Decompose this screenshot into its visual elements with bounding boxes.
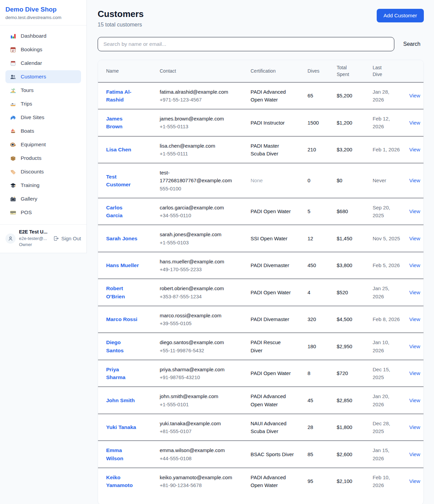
customer-name-link[interactable]: Priya Sharma — [106, 366, 139, 381]
customer-certification: PADI Divemaster — [246, 306, 303, 333]
sidebar-item-label: Dashboard — [21, 33, 46, 39]
view-customer-link[interactable]: View — [409, 208, 420, 214]
sidebar-item-label: POS — [21, 209, 32, 216]
customer-phone: +34-555-0110 — [160, 211, 240, 219]
brand-domain: demo.test.divestreams.com — [5, 15, 81, 20]
sidebar-item-training[interactable]: Training — [5, 179, 81, 192]
customer-email: yuki.tanaka@example.com — [160, 419, 240, 427]
sign-out-label: Sign Out — [61, 236, 81, 241]
add-customer-button[interactable]: Add Customer — [377, 9, 424, 22]
customer-certification: BSAC Sports Diver — [246, 441, 303, 468]
column-header-dives: Dives — [303, 60, 333, 82]
sidebar-item-boats[interactable]: Boats — [5, 125, 81, 137]
view-customer-link[interactable]: View — [409, 451, 420, 457]
sidebar-item-pos[interactable]: POS — [5, 206, 81, 219]
customer-dives: 450 — [303, 252, 333, 279]
view-customer-link[interactable]: View — [409, 424, 420, 430]
customer-name-link[interactable]: Marco Rossi — [106, 315, 137, 323]
customer-name-link[interactable]: Emma Wilson — [106, 446, 139, 462]
customer-total-spent: $0 — [333, 163, 369, 198]
view-customer-link[interactable]: View — [409, 290, 420, 295]
customer-email: robert.obrien@example.com — [160, 284, 240, 292]
customer-name-link[interactable]: Fatima Al-Rashid — [106, 88, 139, 104]
customer-email: fatima.alrashid@example.com — [160, 88, 240, 96]
customer-email: lisa.chen@example.com — [160, 142, 240, 150]
table-row: Diego Santosdiego.santos@example.com+55-… — [98, 333, 423, 360]
view-customer-link[interactable]: View — [409, 397, 420, 403]
sign-out-button[interactable]: Sign Out — [53, 236, 81, 241]
sidebar-item-tours[interactable]: Tours — [5, 84, 81, 97]
calendar-icon — [9, 60, 16, 67]
search-button[interactable]: Search — [394, 41, 424, 47]
trips-icon — [9, 100, 16, 107]
sidebar-item-equipment[interactable]: Equipment — [5, 138, 81, 151]
customer-dives: 95 — [303, 468, 333, 494]
customers-table-body: Fatima Al-Rashidfatima.alrashid@example.… — [98, 82, 423, 494]
sidebar-item-discounts[interactable]: Discounts — [5, 165, 81, 178]
customer-name-link[interactable]: John Smith — [106, 396, 135, 404]
sidebar-item-calendar[interactable]: Calendar — [5, 57, 81, 70]
sidebar-item-trips[interactable]: Trips — [5, 97, 81, 110]
view-customer-link[interactable]: View — [409, 343, 420, 349]
search-input[interactable] — [98, 37, 394, 51]
customer-email: keiko.yamamoto@example.com — [160, 473, 240, 481]
view-customer-link[interactable]: View — [409, 120, 420, 126]
sidebar-item-dashboard[interactable]: Dashboard — [5, 30, 81, 42]
customer-certification: PADI Master Scuba Diver — [246, 136, 303, 163]
customer-email: marco.rossi@example.com — [160, 312, 240, 319]
customer-email: priya.sharma@example.com — [160, 366, 240, 373]
sidebar-header: Demo Dive Shop demo.test.divestreams.com — [0, 0, 86, 25]
customer-name-link[interactable]: Keiko Yamamoto — [106, 473, 139, 489]
avatar — [5, 234, 16, 244]
customer-certification: PADI Open Water — [246, 279, 303, 306]
view-customer-link[interactable]: View — [409, 236, 420, 241]
view-customer-link[interactable]: View — [409, 370, 420, 376]
customer-phone: 555-0100 — [160, 185, 240, 192]
customer-email: john.smith@example.com — [160, 392, 240, 400]
customer-total-spent: $3,200 — [333, 136, 369, 163]
customer-dives: 5 — [303, 198, 333, 225]
customer-name-link[interactable]: Lisa Chen — [106, 146, 131, 153]
view-customer-link[interactable]: View — [409, 478, 420, 484]
customer-total-spent: $2,100 — [333, 468, 369, 494]
main-content: Customers 15 total customers Add Custome… — [87, 0, 434, 504]
sidebar-item-bookings[interactable]: 17Bookings — [5, 43, 81, 56]
view-customer-link[interactable]: View — [409, 178, 420, 183]
customer-dives: 12 — [303, 225, 333, 252]
view-customer-link[interactable]: View — [409, 147, 420, 152]
customer-name-link[interactable]: James Brown — [106, 115, 139, 131]
customer-name-link[interactable]: Yuki Tanaka — [106, 423, 136, 431]
sidebar-item-customers[interactable]: Customers — [5, 70, 81, 83]
customer-dives: 320 — [303, 306, 333, 333]
table-row: Yuki Tanakayuki.tanaka@example.com+81-55… — [98, 414, 423, 441]
column-header-actions — [405, 60, 423, 82]
customer-email: carlos.garcia@example.com — [160, 204, 240, 211]
training-icon — [9, 182, 16, 189]
bookings-icon: 17 — [9, 46, 16, 53]
customer-name-link[interactable]: Sarah Jones — [106, 235, 137, 242]
customer-name-link[interactable]: Hans Mueller — [106, 261, 139, 269]
sidebar-item-label: Calendar — [21, 60, 42, 66]
table-row: Emma Wilsonemma.wilson@example.com+44-55… — [98, 441, 423, 468]
customer-name-link[interactable]: Test Customer — [106, 173, 139, 189]
table-row: James Brownjames.brown@example.com+1-555… — [98, 109, 423, 136]
customer-phone: +91-98765-43210 — [160, 373, 240, 381]
brand-link[interactable]: Demo Dive Shop — [5, 6, 81, 13]
customer-phone: +353-87-555-1234 — [160, 293, 240, 300]
customer-name-link[interactable]: Robert O'Brien — [106, 284, 139, 300]
customer-certification: PADI Instructor — [246, 109, 303, 136]
column-header-certification: Certification — [246, 60, 303, 82]
customers-table-card: NameContactCertificationDivesTotal Spent… — [98, 60, 424, 504]
customer-name-link[interactable]: Carlos Garcia — [106, 204, 139, 220]
sidebar-item-dive-sites[interactable]: Dive Sites — [5, 111, 81, 124]
sidebar-item-gallery[interactable]: Gallery — [5, 192, 81, 205]
table-row: Robert O'Brienrobert.obrien@example.com+… — [98, 279, 423, 306]
view-customer-link[interactable]: View — [409, 316, 420, 322]
customer-name-link[interactable]: Diego Santos — [106, 338, 139, 354]
sidebar-user-section: E2E Test U... e2e-tester@... Owner Sign … — [0, 224, 86, 253]
customer-last-dive: Feb 12, 2026 — [369, 109, 405, 136]
sidebar-item-products[interactable]: Products — [5, 152, 81, 165]
column-header-total-spent: Total Spent — [333, 60, 369, 82]
view-customer-link[interactable]: View — [409, 93, 420, 98]
view-customer-link[interactable]: View — [409, 262, 420, 268]
